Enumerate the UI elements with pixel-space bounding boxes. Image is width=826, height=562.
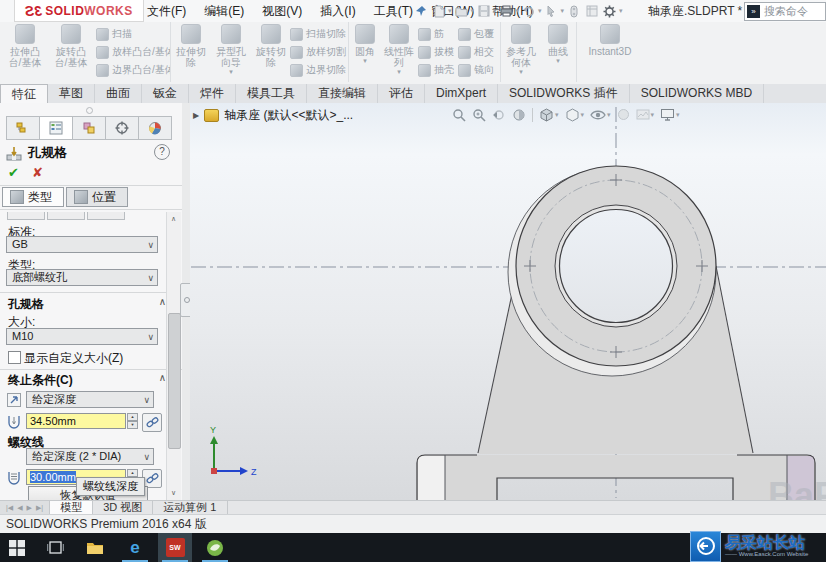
tab-weldments[interactable]: 焊件 xyxy=(189,84,236,103)
reference-geometry-button[interactable]: 参考几何体▾ xyxy=(502,24,540,76)
options-gear-icon[interactable] xyxy=(601,2,618,20)
solidworks-taskbar-button[interactable]: SW xyxy=(158,533,192,562)
custom-size-checkbox[interactable] xyxy=(8,351,21,364)
linear-pattern-caret-icon[interactable]: ▾ xyxy=(382,68,416,76)
end-condition-direction-icon[interactable] xyxy=(5,391,23,409)
tab-solidworks-addins[interactable]: SOLIDWORKS 插件 xyxy=(498,84,630,103)
extruded-cut-button[interactable]: 拉伸切除 xyxy=(174,24,208,68)
apply-scene-icon[interactable]: ▾ xyxy=(634,107,657,122)
end-condition-section-header[interactable]: 终止条件(C) xyxy=(8,372,73,389)
wrap-button[interactable]: 包覆 xyxy=(458,25,494,43)
boundary-boss-button[interactable]: 边界凸台/基体 xyxy=(96,61,171,79)
mirror-button[interactable]: 镜向 xyxy=(458,61,494,79)
favorite-stub-icon[interactable] xyxy=(7,212,45,220)
extruded-boss-button[interactable]: 拉伸凸台/基体 xyxy=(4,24,46,68)
flyout-arrow-icon[interactable]: ▶ xyxy=(193,111,199,120)
depth-spinner[interactable]: ▲ ▼ xyxy=(127,413,138,429)
print-caret-icon[interactable]: ▾ xyxy=(516,6,520,16)
select-caret-icon[interactable]: ▾ xyxy=(561,6,565,16)
depth-input[interactable]: 34.50mm xyxy=(26,413,126,429)
tab-hole-position[interactable]: 位置 xyxy=(66,187,128,207)
panel-grip-icon[interactable] xyxy=(86,107,93,114)
swept-boss-button[interactable]: 扫描 xyxy=(96,25,171,43)
favorite-stub-icon[interactable] xyxy=(87,212,125,220)
draft-button[interactable]: 拔模 xyxy=(418,43,454,61)
undo-icon[interactable] xyxy=(520,2,537,20)
size-dropdown[interactable]: M10 ∨ xyxy=(6,328,158,345)
tab-motion-study[interactable]: 运动算例 1 xyxy=(153,501,227,515)
tab-evaluate[interactable]: 评估 xyxy=(378,84,425,103)
zoom-area-icon[interactable] xyxy=(470,107,488,123)
reference-geometry-caret-icon[interactable]: ▾ xyxy=(502,68,540,76)
options-caret-icon[interactable]: ▾ xyxy=(619,6,623,16)
tab-surfaces[interactable]: 曲面 xyxy=(95,84,142,103)
fillet-button[interactable]: 圆角▾ xyxy=(350,24,380,65)
tab-dimxpert[interactable]: DimXpert xyxy=(425,84,498,103)
help-icon[interactable]: ? xyxy=(154,144,170,160)
command-search-box[interactable]: » 搜索命令 xyxy=(744,2,826,21)
tab-mold-tools[interactable]: 模具工具 xyxy=(236,84,307,103)
collapse-chevron-icon[interactable]: ∧ xyxy=(159,296,166,307)
search-arrow-icon[interactable]: » xyxy=(747,5,760,18)
thread-condition-dropdown[interactable]: 给定深度 (2 * DIA) ∨ xyxy=(26,448,154,465)
linear-pattern-button[interactable]: 线性阵列▾ xyxy=(382,24,416,76)
curves-caret-icon[interactable]: ▾ xyxy=(544,57,572,65)
file-properties-icon[interactable] xyxy=(583,2,600,20)
lofted-cut-button[interactable]: 放样切割 xyxy=(290,43,346,61)
previous-view-icon[interactable] xyxy=(490,107,508,123)
apply-scene-caret-icon[interactable]: ▾ xyxy=(651,110,655,120)
open-file-icon[interactable] xyxy=(453,2,470,20)
edit-appearance-icon[interactable] xyxy=(615,107,632,122)
favorite-stub-icon[interactable] xyxy=(47,212,85,220)
spin-down-icon[interactable]: ▼ xyxy=(127,421,138,429)
view-settings-icon[interactable]: ▾ xyxy=(658,107,682,122)
scrollbar-thumb[interactable] xyxy=(168,313,181,449)
property-manager-tab[interactable] xyxy=(39,116,73,140)
file-explorer-button[interactable] xyxy=(78,533,112,562)
tab-3d-views[interactable]: 3D 视图 xyxy=(93,501,153,515)
menu-insert[interactable]: 插入(I) xyxy=(311,0,364,22)
scroll-up-icon[interactable]: ∧ xyxy=(167,212,180,226)
rebuild-icon[interactable] xyxy=(565,2,582,20)
hide-show-items-icon[interactable]: ▾ xyxy=(588,108,613,122)
hole-wizard-button[interactable]: 异型孔向导▾ xyxy=(212,24,250,76)
new-file-caret-icon[interactable]: ▾ xyxy=(448,6,452,16)
display-style-icon[interactable]: ▾ xyxy=(563,107,587,123)
section-view-icon[interactable] xyxy=(510,107,528,123)
bore-hole[interactable] xyxy=(560,210,673,323)
curves-button[interactable]: 曲线▾ xyxy=(544,24,572,65)
app-taskbar-button[interactable] xyxy=(198,533,232,562)
revolved-cut-button[interactable]: 旋转切除 xyxy=(254,24,288,68)
revolved-boss-button[interactable]: 旋转凸台/基体 xyxy=(50,24,92,68)
zoom-fit-icon[interactable] xyxy=(450,107,468,123)
feature-manager-tab[interactable] xyxy=(6,116,40,140)
display-manager-tab[interactable] xyxy=(138,116,172,140)
nav-last-icon[interactable]: ▶| xyxy=(36,504,43,512)
hole-wizard-caret-icon[interactable]: ▾ xyxy=(212,68,250,76)
tab-direct-editing[interactable]: 直接编辑 xyxy=(307,84,378,103)
display-style-caret-icon[interactable]: ▾ xyxy=(581,110,585,120)
edge-browser-button[interactable]: e xyxy=(118,533,152,562)
select-icon[interactable] xyxy=(543,2,560,20)
feature-tree-flyout[interactable]: ▶ 轴承座 (默认<<默认>_... xyxy=(193,107,353,124)
intersect-button[interactable]: 相交 xyxy=(458,43,494,61)
tab-model[interactable]: 模型 xyxy=(50,501,93,515)
tab-features[interactable]: 特征 xyxy=(0,84,48,103)
hide-show-caret-icon[interactable]: ▾ xyxy=(607,110,611,120)
print-icon[interactable] xyxy=(498,2,515,20)
start-button[interactable] xyxy=(0,533,34,562)
panel-scrollbar[interactable]: ∧ ∨ xyxy=(166,212,181,500)
nav-prev-icon[interactable]: ◀ xyxy=(17,504,22,512)
rib-button[interactable]: 筋 xyxy=(418,25,454,43)
model-view[interactable]: Y Z BaF xyxy=(190,103,826,500)
spin-up-icon[interactable]: ▲ xyxy=(127,469,138,477)
spin-up-icon[interactable]: ▲ xyxy=(127,413,138,421)
nav-first-icon[interactable]: |◀ xyxy=(6,504,13,512)
dimxpert-manager-tab[interactable] xyxy=(105,116,139,140)
instant3d-button[interactable]: Instant3D xyxy=(580,24,640,57)
save-icon[interactable] xyxy=(475,2,492,20)
fillet-caret-icon[interactable]: ▾ xyxy=(350,57,380,65)
menu-file[interactable]: 文件(F) xyxy=(138,0,195,22)
spec-section-header[interactable]: 孔规格 xyxy=(8,296,44,313)
cancel-button[interactable]: ✘ xyxy=(32,165,43,180)
